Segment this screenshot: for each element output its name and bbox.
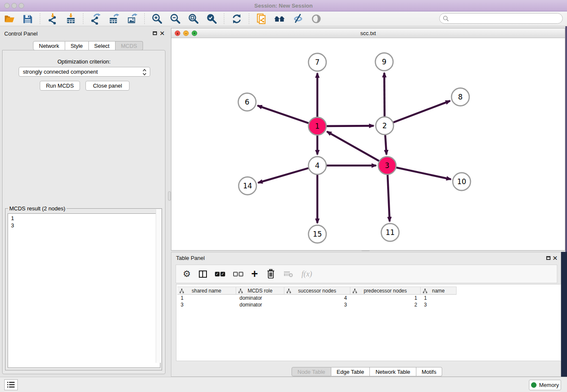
graph-node-7[interactable]: 7 [308,53,326,71]
graph-edge-3-11[interactable] [388,175,390,221]
show-columns-icon[interactable] [199,268,207,280]
memory-button[interactable]: Memory [529,380,561,390]
svg-text:2: 2 [383,121,387,130]
svg-text:6: 6 [245,98,250,106]
graph-node-14[interactable]: 14 [239,177,256,195]
graph-edge-2-3[interactable] [385,135,386,155]
criterion-dropdown[interactable]: strongly connected component [19,67,150,77]
table-cell: dominator [236,301,284,308]
save-session-icon[interactable] [22,13,33,25]
svg-text:4: 4 [315,161,320,170]
tab-style[interactable]: Style [65,41,89,50]
toolbar-separator [224,13,224,24]
graph-node-15[interactable]: 15 [308,225,326,243]
graph-edge-1-6[interactable] [258,105,309,123]
table-row[interactable]: 1dominator411 [177,295,457,301]
graph-node-1[interactable]: 1 [308,117,326,135]
delete-column-icon[interactable] [266,268,275,280]
memory-label: Memory [539,382,559,388]
search-input[interactable] [449,14,562,23]
graph-node-8[interactable]: 8 [451,88,469,106]
svg-text:8: 8 [458,93,463,101]
close-panel-button[interactable]: Close panel [85,81,129,91]
column-header-shared-name[interactable]: shared name [177,287,236,295]
window-titlebar: Session: New Session [0,0,567,11]
table-rows: 1dominator4113dominator323 [177,295,457,308]
graph-node-3[interactable]: 3 [378,157,396,174]
toolbar-separator [144,13,145,24]
column-header-predecessor-nodes[interactable]: predecessor nodes [350,287,421,295]
tab-select[interactable]: Select [89,41,116,50]
graph-node-6[interactable]: 6 [238,93,256,111]
table-toolbar: ⚙ ✓✓ + f(x) [176,265,557,283]
task-history-button[interactable] [4,379,18,390]
graph-edge-2-9[interactable] [384,73,385,116]
mcds-result-title: MCDS result (2 nodes) [8,205,66,212]
unselect-all-columns-icon[interactable] [233,268,243,280]
export-table-icon[interactable] [108,13,120,25]
graph-edge-3-10[interactable] [396,168,451,179]
gear-icon[interactable]: ⚙ [183,268,191,280]
tab-motifs[interactable]: Motifs [416,367,443,376]
graph-node-11[interactable]: 11 [381,224,399,241]
graph-node-4[interactable]: 4 [308,157,326,174]
zoom-out-icon[interactable] [169,13,181,25]
column-header-successor-nodes[interactable]: successor nodes [284,287,350,295]
tab-mcds[interactable]: MCDS [116,41,143,50]
new-network-from-selection-icon[interactable] [256,13,267,25]
column-header-MCDS-role[interactable]: MCDS role [236,287,284,295]
import-table-icon[interactable] [65,13,77,25]
graph-edge-1-2[interactable] [327,126,374,126]
toolbar-separator [83,13,83,24]
network-canvas[interactable]: 7968124314101511 [171,38,565,250]
graph-node-2[interactable]: 2 [376,117,394,135]
graph-node-9[interactable]: 9 [375,53,393,71]
show-graphics-details-icon[interactable] [310,13,322,25]
search-field[interactable] [439,13,563,24]
toolbar-separator [40,13,40,24]
import-network-icon[interactable] [47,13,58,25]
status-bar: Memory [0,377,567,392]
table-panel-tabs: Node TableEdge TableNetwork TableMotifs [292,367,442,376]
table-row[interactable]: 3dominator323 [177,301,457,308]
table-panel: Table Panel ✕ ⚙ ✓✓ + f(x) shared nameMCD… [171,252,561,377]
table-cell: 1 [177,295,236,301]
svg-text:10: 10 [457,177,466,186]
graph-edge-3-1[interactable] [327,132,379,161]
tab-network[interactable]: Network [33,41,65,50]
vertical-splitter-handle[interactable] [168,191,171,201]
svg-text:7: 7 [315,58,320,66]
mcds-result-scrollbar[interactable] [156,209,161,363]
desktop-background [565,26,567,252]
tab-network-table[interactable]: Network Table [370,367,416,376]
desktop-background [561,252,567,392]
graph-edge-2-8[interactable] [394,101,450,122]
zoom-fit-icon[interactable] [187,13,199,25]
svg-text:15: 15 [313,230,322,238]
close-panel-icon[interactable]: ✕ [160,31,165,36]
float-panel-icon[interactable] [546,256,550,260]
tab-node-table[interactable]: Node Table [292,367,331,376]
toolbar-separator [249,13,249,24]
add-column-icon[interactable]: + [251,268,258,280]
run-mcds-button[interactable]: Run MCDS [40,81,80,91]
export-image-icon[interactable] [126,13,138,25]
graph-edge-4-14[interactable] [258,168,308,183]
zoom-in-icon[interactable] [151,13,163,25]
open-file-icon[interactable] [3,13,15,25]
optimization-criterion-label: Optimization criterion: [0,58,168,65]
export-network-icon[interactable] [90,13,102,25]
column-header-name[interactable]: name [421,287,457,295]
select-all-columns-icon[interactable]: ✓✓ [215,268,225,280]
tab-edge-table[interactable]: Edge Table [331,367,370,376]
show-all-networks-icon[interactable] [274,13,286,25]
apply-layout-icon[interactable] [231,13,242,25]
table-cell: 3 [177,301,236,308]
close-panel-icon[interactable]: ✕ [552,256,558,261]
graph-node-10[interactable]: 10 [453,173,471,190]
mcds-result-text[interactable]: 1 3 [8,213,160,368]
zoom-selected-icon[interactable] [206,13,217,25]
list-icon [7,381,15,389]
hide-network-overview-icon[interactable] [292,13,304,25]
float-panel-icon[interactable] [153,31,157,35]
